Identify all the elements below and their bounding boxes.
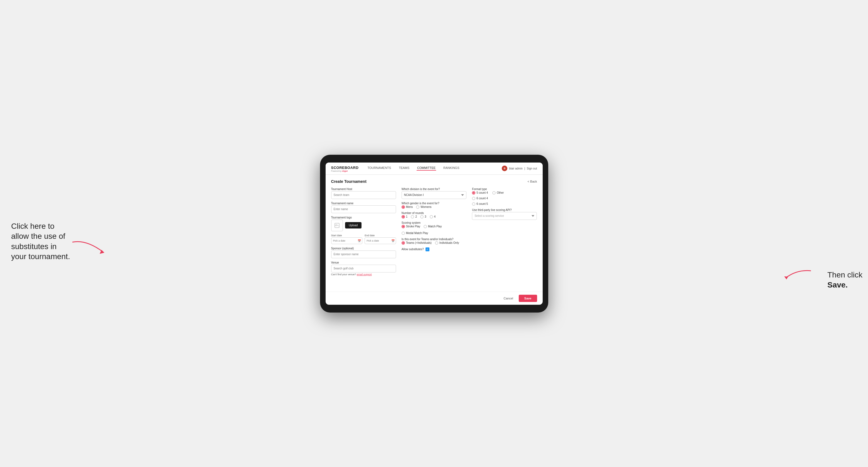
format-6count4-radio[interactable]: [472, 197, 475, 200]
nav-tournaments[interactable]: TOURNAMENTS: [367, 166, 392, 170]
save-button[interactable]: Save: [519, 295, 537, 302]
annotation-right: Then click Save.: [827, 270, 862, 290]
logo-placeholder: [331, 220, 343, 231]
scoring-match[interactable]: Match Play: [424, 225, 442, 228]
round-2[interactable]: 2: [411, 215, 417, 218]
tournament-logo-field: Tournament logo Upload: [331, 216, 396, 231]
gender-womens[interactable]: Womens: [416, 206, 431, 209]
sponsor-label: Sponsor (optional): [331, 247, 396, 250]
svg-marker-0: [100, 250, 104, 254]
nav-separator: |: [524, 167, 525, 170]
format-other-radio[interactable]: [492, 191, 496, 194]
end-date-label: End date: [365, 234, 396, 237]
allow-substitutes-row: Allow substitutes? ✓: [402, 247, 466, 251]
event-type-radio-group: Teams (+Individuals) Individuals Only: [402, 241, 466, 245]
logo-upload-row: Upload: [331, 220, 396, 231]
event-individuals[interactable]: Individuals Only: [435, 241, 459, 245]
form-column-2: Which division is the event for? NCAA Di…: [402, 188, 466, 276]
image-icon: [335, 223, 340, 228]
svg-point-2: [336, 224, 337, 225]
scoring-api-label: Use third-party live scoring API?: [472, 209, 537, 212]
upload-button[interactable]: Upload: [345, 222, 362, 228]
allow-substitutes-checkbox[interactable]: ✓: [426, 247, 429, 251]
back-link[interactable]: < Back: [528, 180, 537, 183]
tournament-host-input[interactable]: [331, 191, 396, 199]
round-3-radio[interactable]: [420, 215, 424, 218]
sign-out-link[interactable]: Sign out: [527, 167, 537, 170]
venue-input[interactable]: [331, 265, 396, 273]
scoring-service-wrap: Select a scoring service: [472, 212, 537, 220]
tournament-name-input[interactable]: [331, 206, 396, 213]
scoring-medal[interactable]: Medal Match Play: [402, 231, 428, 235]
cancel-button[interactable]: Cancel: [501, 295, 516, 302]
gender-mens[interactable]: Mens: [402, 206, 413, 209]
left-arrow: [69, 237, 111, 259]
format-other[interactable]: Other: [492, 191, 504, 194]
form-columns: Tournament Host Tournament name Tourname…: [331, 188, 537, 276]
round-1-radio[interactable]: [402, 215, 405, 218]
event-teams[interactable]: Teams (+Individuals): [402, 241, 432, 245]
avatar: B: [502, 165, 507, 171]
venue-help-link[interactable]: email support: [357, 273, 372, 276]
event-type-label: Is this event for Teams and/or Individua…: [402, 238, 466, 241]
round-1[interactable]: 1: [402, 215, 408, 218]
nav-committee[interactable]: COMMITTEE: [416, 166, 436, 170]
format-type-label: Format type: [472, 188, 537, 191]
scoring-medal-radio[interactable]: [402, 231, 405, 235]
round-4-radio[interactable]: [430, 215, 433, 218]
page-wrapper: Click here to allow the use of substitut…: [11, 155, 857, 313]
nav-user: B blair admin | Sign out: [502, 165, 537, 171]
event-type-field: Is this event for Teams and/or Individua…: [402, 238, 466, 245]
allow-substitutes-label: Allow substitutes?: [402, 248, 424, 251]
round-2-radio[interactable]: [411, 215, 414, 218]
end-date-calendar-icon: 📅: [391, 239, 395, 242]
format-5count4[interactable]: 5 count 4: [472, 191, 488, 194]
scoring-field: Scoring system Stroke Play Match Play: [402, 221, 466, 235]
format-6count4[interactable]: 6 count 4: [472, 197, 537, 200]
start-date-field: Start date 📅: [331, 234, 363, 244]
start-date-calendar-icon: 📅: [358, 239, 361, 242]
division-field: Which division is the event for? NCAA Di…: [402, 188, 466, 199]
scoring-stroke[interactable]: Stroke Play: [402, 225, 420, 228]
nav-teams[interactable]: TEAMS: [398, 166, 410, 170]
division-select[interactable]: NCAA Division I: [402, 191, 466, 199]
form-column-1: Tournament Host Tournament name Tourname…: [331, 188, 396, 276]
right-arrow: [780, 267, 814, 283]
gender-label: Which gender is the event for?: [402, 202, 466, 205]
form-footer: Cancel Save: [326, 292, 543, 305]
tablet-device: SCOREBOARD Powered by clippd TOURNAMENTS…: [320, 155, 548, 313]
event-individuals-radio[interactable]: [435, 241, 438, 245]
sponsor-input[interactable]: [331, 250, 396, 258]
nav-rankings[interactable]: RANKINGS: [443, 166, 460, 170]
start-date-wrap: 📅: [331, 238, 363, 244]
tournament-host-label: Tournament Host: [331, 188, 396, 191]
logo-clippd: clippd: [342, 170, 348, 172]
tablet-screen: SCOREBOARD Powered by clippd TOURNAMENTS…: [326, 162, 543, 305]
venue-field: Venue Can't find your venue? email suppo…: [331, 261, 396, 276]
scoring-label: Scoring system: [402, 221, 466, 224]
tournament-host-field: Tournament Host: [331, 188, 396, 199]
page-title: Create Tournament: [331, 179, 367, 184]
event-teams-radio[interactable]: [402, 241, 405, 245]
svg-marker-3: [784, 276, 788, 279]
gender-radio-group: Mens Womens: [402, 206, 466, 209]
format-type-field: Format type 5 count 4 Other: [472, 188, 537, 206]
scoring-stroke-radio[interactable]: [402, 225, 405, 228]
scoring-api-field: Use third-party live scoring API? Select…: [472, 209, 537, 220]
scoring-match-radio[interactable]: [424, 225, 427, 228]
round-4[interactable]: 4: [430, 215, 436, 218]
dates-field: Start date 📅 End date: [331, 234, 396, 244]
date-row: Start date 📅 End date: [331, 234, 396, 244]
round-3[interactable]: 3: [420, 215, 426, 218]
scoring-service-select[interactable]: Select a scoring service: [472, 212, 537, 220]
logo-scoreboard: SCOREBOARD: [331, 165, 359, 170]
format-5count4-radio[interactable]: [472, 191, 475, 194]
format-6count5-radio[interactable]: [472, 202, 475, 206]
end-date-wrap: 📅: [365, 238, 396, 244]
gender-womens-radio[interactable]: [416, 206, 420, 209]
format-6count5[interactable]: 6 count 5: [472, 202, 537, 206]
annotation-left: Click here to allow the use of substitut…: [11, 221, 72, 262]
tournament-logo-label: Tournament logo: [331, 216, 396, 219]
venue-help: Can't find your venue? email support: [331, 273, 396, 276]
gender-mens-radio[interactable]: [402, 206, 405, 209]
